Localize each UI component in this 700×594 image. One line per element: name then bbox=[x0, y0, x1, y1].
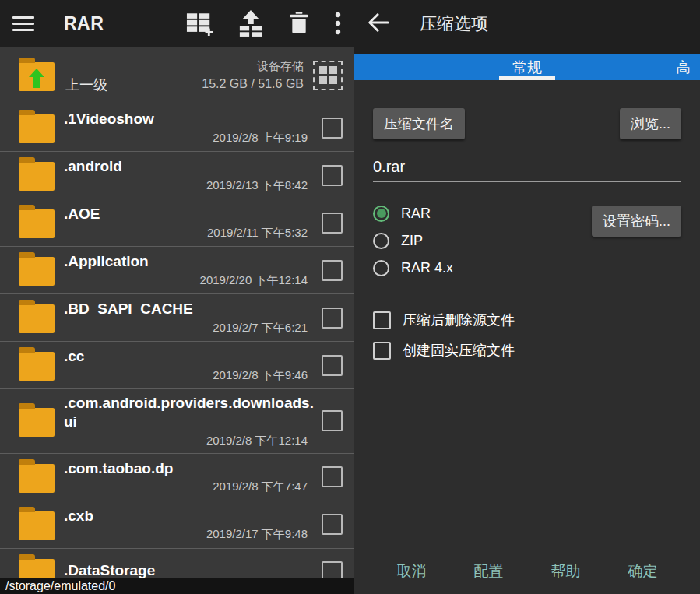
format-option-rar4[interactable]: RAR 4.x bbox=[373, 258, 681, 277]
file-checkbox[interactable] bbox=[322, 213, 343, 234]
file-name: .android bbox=[64, 157, 315, 176]
radio-icon[interactable] bbox=[373, 260, 389, 276]
file-name: .cc bbox=[64, 347, 315, 366]
option-delete-source[interactable]: 压缩后删除源文件 bbox=[373, 311, 681, 329]
folder-icon bbox=[19, 511, 55, 540]
parent-directory-row[interactable]: 上一级 设备存储 15.2 GB / 51.6 GB bbox=[0, 47, 354, 104]
file-name: .cxb bbox=[64, 507, 315, 525]
parent-directory-label: 上一级 bbox=[65, 76, 107, 94]
ok-button[interactable]: 确定 bbox=[621, 557, 666, 586]
archive-name-label-button[interactable]: 压缩文件名 bbox=[373, 108, 465, 139]
file-list: 上一级 设备存储 15.2 GB / 51.6 GB .1Videoshow 2… bbox=[0, 47, 354, 594]
compression-options-pane: 压缩选项 常规 高级 压缩文件名 浏览... 0.rar RAR bbox=[354, 0, 700, 594]
file-date: 2019/2/7 下午6:21 bbox=[64, 321, 315, 336]
folder-up-icon bbox=[19, 62, 55, 91]
folder-icon bbox=[19, 352, 55, 381]
file-row[interactable]: .android 2019/2/13 下午8:42 bbox=[0, 152, 354, 199]
tab-advanced[interactable]: 高级 bbox=[676, 54, 700, 80]
right-toolbar: 压缩选项 bbox=[354, 0, 700, 54]
file-name: .DataStorage bbox=[64, 561, 315, 580]
archive-format-group: RAR ZIP RAR 4.x 设置密码... bbox=[373, 204, 681, 286]
file-name: .1Videoshow bbox=[64, 110, 315, 128]
file-row[interactable]: .cxb 2019/2/17 下午9:48 bbox=[0, 501, 354, 549]
file-row[interactable]: .Application 2019/2/20 下午12:14 bbox=[0, 247, 354, 294]
general-tab-content: 压缩文件名 浏览... 0.rar RAR ZIP RAR 4.x bbox=[354, 80, 700, 594]
file-checkbox[interactable] bbox=[322, 410, 343, 431]
storage-info: 设备存储 15.2 GB / 51.6 GB bbox=[202, 58, 304, 93]
file-row[interactable]: .cc 2019/2/8 下午9:46 bbox=[0, 342, 354, 389]
file-date: 2019/2/8 上午9:19 bbox=[64, 131, 315, 146]
option-solid-archive[interactable]: 创建固实压缩文件 bbox=[373, 341, 681, 360]
folder-icon bbox=[19, 114, 55, 143]
file-date: 2019/2/8 下午12:14 bbox=[64, 434, 315, 448]
file-checkbox[interactable] bbox=[322, 165, 343, 186]
checkbox-icon[interactable] bbox=[373, 342, 391, 360]
file-date: 2019/2/20 下午12:14 bbox=[64, 273, 315, 288]
dialog-footer: 取消 配置 帮助 确定 bbox=[373, 549, 681, 594]
browse-button[interactable]: 浏览... bbox=[620, 108, 681, 139]
file-date: 2019/2/13 下午8:42 bbox=[64, 178, 315, 193]
file-row[interactable]: .AOE 2019/2/11 下午5:32 bbox=[0, 199, 354, 247]
storage-label: 设备存储 bbox=[202, 58, 304, 75]
folder-icon bbox=[19, 408, 55, 437]
menu-icon[interactable] bbox=[12, 16, 34, 31]
help-button[interactable]: 帮助 bbox=[543, 557, 589, 586]
file-checkbox[interactable] bbox=[322, 355, 343, 376]
archive-name-input[interactable]: 0.rar bbox=[373, 158, 681, 182]
multi-select-icon[interactable] bbox=[313, 61, 343, 90]
file-date: 2019/2/8 下午9:46 bbox=[64, 368, 315, 383]
file-checkbox[interactable] bbox=[322, 514, 343, 535]
radio-icon[interactable] bbox=[373, 233, 389, 249]
file-name: .AOE bbox=[64, 205, 315, 223]
file-date: 2019/2/11 下午5:32 bbox=[64, 226, 315, 241]
app-title: RAR bbox=[64, 13, 104, 34]
rar-app-window: RAR bbox=[0, 0, 700, 594]
profiles-button[interactable]: 配置 bbox=[466, 557, 512, 586]
file-browser-pane: RAR bbox=[0, 0, 354, 594]
file-date: 2019/2/17 下午9:48 bbox=[64, 527, 315, 542]
extract-icon[interactable] bbox=[238, 10, 263, 37]
back-icon[interactable] bbox=[367, 12, 390, 37]
file-checkbox[interactable] bbox=[322, 118, 343, 139]
file-checkbox[interactable] bbox=[322, 260, 343, 281]
file-name: .Application bbox=[64, 252, 315, 271]
file-date: 2019/2/8 下午7:47 bbox=[64, 480, 315, 494]
left-toolbar: RAR bbox=[0, 0, 354, 47]
set-password-button[interactable]: 设置密码... bbox=[592, 206, 681, 237]
more-options-icon[interactable] bbox=[335, 12, 341, 35]
file-checkbox[interactable] bbox=[322, 308, 343, 329]
file-name: .com.android.providers.downloads.ui bbox=[64, 394, 315, 431]
cancel-button[interactable]: 取消 bbox=[389, 557, 434, 586]
tab-bar: 常规 高级 bbox=[354, 54, 700, 80]
delete-icon[interactable] bbox=[289, 11, 309, 36]
file-checkbox[interactable] bbox=[322, 466, 343, 487]
file-row[interactable]: .com.taobao.dp 2019/2/8 下午7:47 bbox=[0, 454, 354, 501]
folder-icon bbox=[19, 209, 55, 238]
storage-value: 15.2 GB / 51.6 GB bbox=[202, 75, 304, 93]
folder-icon bbox=[19, 162, 55, 191]
dialog-title: 压缩选项 bbox=[420, 12, 488, 36]
checkbox-icon[interactable] bbox=[373, 311, 391, 329]
file-name: .com.taobao.dp bbox=[64, 459, 315, 478]
folder-icon bbox=[19, 304, 55, 333]
file-row[interactable]: .BD_SAPI_CACHE 2019/2/7 下午6:21 bbox=[0, 294, 354, 342]
archive-options-group: 压缩后删除源文件 创建固实压缩文件 bbox=[373, 311, 681, 371]
file-row[interactable]: .com.android.providers.downloads.ui 2019… bbox=[0, 389, 354, 454]
folder-icon bbox=[19, 257, 55, 286]
add-archive-icon[interactable] bbox=[186, 12, 213, 36]
file-name: .BD_SAPI_CACHE bbox=[64, 300, 315, 318]
current-path-bar: /storage/emulated/0 bbox=[0, 578, 354, 594]
file-row[interactable]: .1Videoshow 2019/2/8 上午9:19 bbox=[0, 104, 354, 152]
radio-selected-icon[interactable] bbox=[373, 206, 389, 222]
archive-name-value: 0.rar bbox=[373, 158, 681, 176]
folder-icon bbox=[19, 464, 55, 493]
